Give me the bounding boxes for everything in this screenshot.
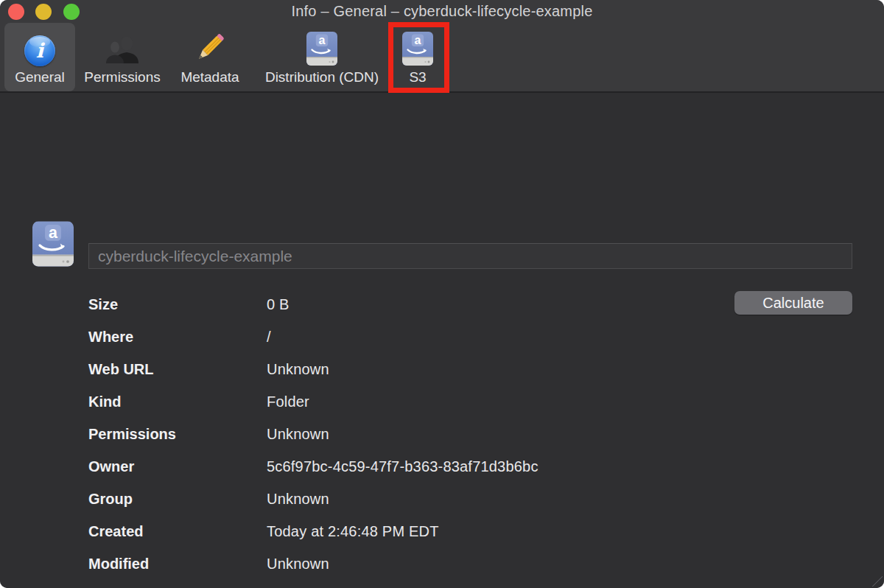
row-label: Group xyxy=(88,491,133,508)
row-value: Unknown xyxy=(267,361,329,378)
row-label: Owner xyxy=(88,458,134,475)
tab-s3[interactable]: a S3 xyxy=(395,23,441,91)
pencil-icon xyxy=(192,29,228,66)
info-row-created: Created Today at 2:46:48 PM EDT xyxy=(0,515,884,547)
row-label: Where xyxy=(88,329,133,346)
row-label: Size xyxy=(88,296,118,313)
tab-label: Distribution (CDN) xyxy=(265,69,379,85)
row-label: Permissions xyxy=(88,426,176,443)
people-icon xyxy=(105,34,140,66)
info-row-group: Group Unknown xyxy=(0,483,884,515)
row-value: Unknown xyxy=(267,426,329,443)
calculate-button[interactable]: Calculate xyxy=(734,291,852,315)
info-row-kind: Kind Folder xyxy=(0,385,884,418)
info-rows: Size 0 B Where / Web URL Unknown Kind Fo… xyxy=(0,288,884,588)
row-value: 5c6f97bc-4c59-47f7-b363-83af71d3b6bc xyxy=(267,458,539,475)
info-row-permissions: Permissions Unknown xyxy=(0,418,884,450)
filename-input[interactable] xyxy=(88,243,852,269)
info-row-modified: Modified Unknown xyxy=(0,547,884,580)
info-row-owner: Owner 5c6f97bc-4c59-47f7-b363-83af71d3b6… xyxy=(0,450,884,483)
tab-label: Permissions xyxy=(84,69,160,85)
tab-label: S3 xyxy=(409,69,426,85)
row-value: / xyxy=(267,329,271,346)
info-row-checksum: Checksum Unknown xyxy=(0,580,884,588)
general-pane: a Size 0 B Where / Web URL Unknown Kind … xyxy=(0,94,884,588)
info-row-web-url: Web URL Unknown xyxy=(0,353,884,385)
window-header: Info – General – cyberduck-lifecycle-exa… xyxy=(0,0,884,93)
amazon-drive-icon: a xyxy=(401,31,434,66)
amazon-drive-icon: a xyxy=(29,220,77,267)
row-value: Unknown xyxy=(267,556,329,573)
info-icon: i xyxy=(24,35,55,66)
info-row-where: Where / xyxy=(0,321,884,353)
row-value: Today at 2:46:48 PM EDT xyxy=(267,523,439,540)
row-value: Unknown xyxy=(267,491,329,508)
amazon-drive-icon: a xyxy=(306,31,338,66)
tab-distribution-cdn[interactable]: a Distribution (CDN) xyxy=(251,23,393,91)
info-window: Info – General – cyberduck-lifecycle-exa… xyxy=(0,0,884,588)
svg-text:a: a xyxy=(415,34,421,46)
row-label: Created xyxy=(88,523,143,540)
tab-general[interactable]: i General xyxy=(4,23,75,91)
window-title: Info – General – cyberduck-lifecycle-exa… xyxy=(0,3,884,20)
tab-metadata[interactable]: Metadata xyxy=(169,23,251,91)
tab-permissions[interactable]: Permissions xyxy=(77,23,167,91)
row-label: Web URL xyxy=(88,361,154,378)
svg-text:a: a xyxy=(49,224,57,242)
row-label: Kind xyxy=(88,393,121,410)
tab-label: Metadata xyxy=(180,69,239,85)
resize-grip[interactable] xyxy=(872,576,883,587)
row-value: 0 B xyxy=(267,296,290,313)
row-value: Folder xyxy=(267,393,309,410)
tab-label: General xyxy=(15,69,65,85)
svg-text:a: a xyxy=(319,34,326,46)
row-label: Modified xyxy=(88,556,149,573)
